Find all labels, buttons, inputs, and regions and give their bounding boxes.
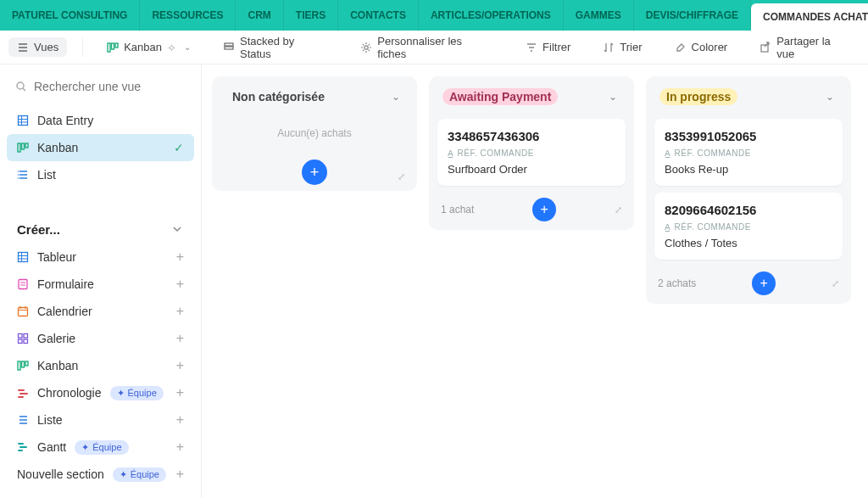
card-meta: A̲ RÉF. COMMANDE: [665, 148, 832, 158]
label: Personnaliser les fiches: [377, 35, 493, 60]
sidebar-view-kanban[interactable]: Kanban ✓: [7, 134, 194, 161]
create-kanban[interactable]: Kanban +: [7, 352, 194, 379]
grid-icon: [17, 115, 29, 126]
card-id: 8209664602156: [665, 203, 832, 217]
label: Galerie: [37, 332, 75, 345]
svg-rect-1: [112, 43, 114, 49]
svg-point-5: [364, 45, 368, 48]
team-badge: ✦ Équipe: [113, 467, 166, 482]
plus-icon: +: [176, 467, 184, 482]
stacked-by-button[interactable]: Stacked by Status: [214, 31, 337, 64]
chevron-down-icon[interactable]: ⌄: [605, 89, 620, 104]
card-meta: A̲ RÉF. COMMANDE: [665, 222, 832, 232]
create-tableur[interactable]: Tableur +: [7, 243, 194, 271]
kanban-selector[interactable]: Kanban ✧ ⌄: [98, 37, 199, 57]
filter-button[interactable]: Filtrer: [517, 37, 579, 57]
column-count: 2 achats: [658, 277, 696, 289]
create-chronologie[interactable]: Chronologie ✦ Équipe +: [7, 379, 194, 406]
svg-rect-9: [18, 143, 20, 152]
label: Chronologie: [37, 386, 102, 400]
divider: [82, 38, 83, 57]
create-liste[interactable]: Liste +: [7, 406, 194, 434]
plus-icon: +: [176, 412, 184, 428]
tab-crm[interactable]: CRM: [236, 0, 283, 31]
tab-commandes-achats[interactable]: COMMANDES ACHATS: [751, 3, 868, 31]
svg-rect-20: [19, 339, 23, 344]
tab-ressources[interactable]: RESSOURCES: [140, 0, 236, 31]
chevron-down-icon[interactable]: ⌄: [388, 89, 403, 104]
create-section-toggle[interactable]: Créer...: [7, 215, 194, 243]
chevron-down-icon[interactable]: ⌄: [822, 89, 837, 104]
search-view[interactable]: [7, 75, 194, 98]
label: Tableur: [37, 250, 76, 264]
label: Calendrier: [37, 305, 92, 318]
create-gantt[interactable]: Gantt ✦ Équipe +: [7, 434, 194, 461]
svg-rect-2: [115, 43, 118, 48]
svg-rect-8: [19, 116, 28, 126]
svg-rect-3: [225, 43, 233, 46]
plus-icon: +: [176, 249, 184, 265]
kanban-card[interactable]: 8209664602156 A̲ RÉF. COMMANDE Clothes /…: [654, 193, 843, 260]
svg-point-13: [18, 174, 19, 176]
tab-gammes[interactable]: GAMMES: [564, 0, 634, 31]
card-title: Books Re-up: [665, 163, 832, 176]
views-button[interactable]: Vues: [8, 37, 67, 57]
tab-paturel[interactable]: PATUREL CONSULTING: [0, 0, 140, 31]
tab-articles[interactable]: ARTICLES/OPERATIONS: [419, 0, 564, 31]
svg-rect-16: [19, 280, 27, 289]
share-view-button[interactable]: Partager la vue: [751, 31, 860, 64]
kanban-icon: [17, 142, 29, 154]
svg-rect-11: [25, 143, 28, 148]
svg-rect-21: [24, 339, 28, 344]
tab-contacts[interactable]: CONTACTS: [338, 0, 419, 31]
timeline-icon: [17, 387, 29, 399]
tab-tiers[interactable]: TIERS: [284, 0, 338, 31]
svg-rect-15: [19, 253, 28, 262]
label: Stacked by Status: [240, 35, 328, 60]
plus-icon: +: [176, 277, 184, 292]
color-button[interactable]: Colorer: [666, 37, 737, 57]
sidebar-view-data-entry[interactable]: Data Entry: [7, 107, 194, 134]
card-title: Surfboard Order: [448, 163, 615, 176]
kanban-column-in-progress: In progress ⌄ 8353991052065 A̲ RÉF. COMM…: [646, 76, 851, 304]
sort-icon: [603, 42, 615, 53]
check-icon: ✓: [174, 141, 184, 154]
create-formulaire[interactable]: Formulaire +: [7, 271, 194, 298]
svg-rect-22: [18, 361, 20, 370]
plus-icon: +: [176, 358, 184, 373]
sidebar-view-list[interactable]: List: [7, 161, 194, 188]
toolbar: Vues Kanban ✧ ⌄ Stacked by Status Person…: [0, 31, 868, 64]
expand-icon[interactable]: ⤢: [398, 171, 405, 182]
calendar-icon: [17, 305, 29, 317]
gantt-icon: [17, 441, 29, 453]
svg-rect-4: [225, 47, 233, 49]
paint-icon: [675, 42, 687, 53]
team-badge: ✦ Équipe: [110, 386, 164, 400]
text-icon: A̲: [665, 148, 671, 158]
kanban-card[interactable]: 3348657436306 A̲ RÉF. COMMANDE Surfboard…: [437, 119, 626, 186]
create-section[interactable]: Nouvelle section ✦ Équipe +: [7, 461, 194, 488]
expand-icon[interactable]: ⤢: [832, 278, 839, 289]
menu-icon: [17, 42, 29, 53]
svg-rect-24: [25, 361, 28, 366]
gallery-icon: [17, 333, 29, 344]
plus-icon: +: [176, 385, 184, 400]
svg-rect-18: [19, 334, 23, 339]
svg-point-14: [18, 177, 19, 179]
sort-button[interactable]: Trier: [594, 37, 650, 57]
create-galerie[interactable]: Galerie +: [7, 325, 194, 352]
label: Trier: [620, 41, 642, 53]
add-card-button[interactable]: +: [302, 159, 327, 185]
column-title: Non catégorisée: [225, 88, 331, 105]
add-card-button[interactable]: +: [752, 271, 776, 295]
create-calendrier[interactable]: Calendrier +: [7, 298, 194, 325]
label: Nouvelle section: [17, 467, 104, 481]
search-input[interactable]: [34, 80, 186, 93]
expand-icon[interactable]: ⤢: [615, 204, 622, 215]
customize-cards-button[interactable]: Personnaliser les fiches: [352, 31, 502, 64]
kanban-card[interactable]: 8353991052065 A̲ RÉF. COMMANDE Books Re-…: [654, 119, 843, 186]
add-card-button[interactable]: +: [532, 198, 556, 221]
card-meta: A̲ RÉF. COMMANDE: [448, 148, 615, 158]
tab-devis[interactable]: DEVIS/CHIFFRAGE: [634, 0, 751, 31]
kanban-column-awaiting-payment: Awaiting Payment ⌄ 3348657436306 A̲ RÉF.…: [429, 76, 634, 230]
